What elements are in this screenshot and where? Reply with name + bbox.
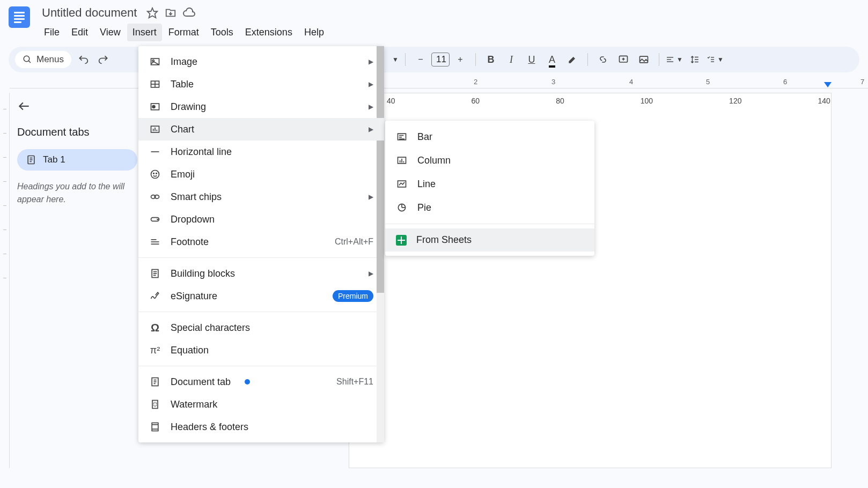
svg-rect-50 bbox=[152, 423, 158, 431]
svg-point-25 bbox=[152, 106, 155, 108]
checklist-icon bbox=[707, 55, 715, 64]
chart-column[interactable]: Column bbox=[385, 149, 594, 172]
font-dropdown-icon[interactable]: ▼ bbox=[392, 56, 399, 63]
chart-pie[interactable]: Pie bbox=[385, 196, 594, 219]
insert-emoji[interactable]: Emoji bbox=[138, 163, 384, 186]
checklist-button[interactable]: ▼ bbox=[707, 51, 724, 68]
watermark-icon bbox=[149, 398, 161, 410]
increase-font-button[interactable]: + bbox=[452, 51, 469, 68]
insert-horizontal-line[interactable]: Horizontal line bbox=[138, 141, 384, 163]
insert-special-characters[interactable]: Ω Special characters bbox=[138, 316, 384, 339]
docs-logo[interactable] bbox=[9, 6, 30, 28]
tab-label: Tab 1 bbox=[43, 154, 65, 165]
insert-image[interactable]: Image ▶ bbox=[138, 50, 384, 73]
headers-footers-icon bbox=[149, 421, 161, 433]
submenu-arrow-icon: ▶ bbox=[369, 80, 373, 88]
arrow-left-icon bbox=[17, 99, 31, 113]
redo-button[interactable] bbox=[95, 51, 112, 68]
building-blocks-icon bbox=[149, 268, 161, 279]
menu-file[interactable]: File bbox=[39, 24, 65, 41]
menu-help[interactable]: Help bbox=[299, 24, 329, 41]
decrease-font-button[interactable]: − bbox=[412, 51, 429, 68]
menu-edit[interactable]: Edit bbox=[66, 24, 93, 41]
image-button[interactable] bbox=[635, 51, 652, 68]
svg-line-2 bbox=[28, 61, 31, 63]
sidebar-tab-1[interactable]: Tab 1 bbox=[17, 149, 137, 171]
back-arrow-button[interactable] bbox=[17, 99, 137, 113]
insert-equation[interactable]: π² Equation bbox=[138, 339, 384, 361]
ruler-indent-marker[interactable] bbox=[824, 82, 832, 87]
highlight-icon bbox=[567, 54, 578, 65]
image-icon bbox=[149, 56, 161, 68]
insert-drawing[interactable]: Drawing ▶ bbox=[138, 95, 384, 118]
submenu-arrow-icon: ▶ bbox=[369, 103, 373, 110]
image-icon bbox=[638, 54, 649, 65]
italic-button[interactable]: I bbox=[503, 51, 520, 68]
cloud-status-icon[interactable] bbox=[183, 6, 196, 19]
link-button[interactable] bbox=[594, 51, 612, 68]
submenu-arrow-icon: ▶ bbox=[369, 270, 373, 277]
svg-point-31 bbox=[151, 171, 159, 179]
menu-tools[interactable]: Tools bbox=[205, 24, 239, 41]
insert-footnote[interactable]: Footnote Ctrl+Alt+F bbox=[138, 231, 384, 253]
svg-rect-48 bbox=[152, 401, 158, 409]
emoji-icon bbox=[149, 168, 161, 180]
svg-marker-0 bbox=[148, 8, 157, 18]
insert-watermark[interactable]: Watermark bbox=[138, 393, 384, 416]
vertical-ruler[interactable] bbox=[0, 93, 10, 468]
submenu-arrow-icon: ▶ bbox=[369, 125, 373, 133]
pi-icon: π² bbox=[149, 344, 161, 356]
text-color-button[interactable]: A bbox=[543, 51, 561, 68]
insert-smart-chips[interactable]: Smart chips ▶ bbox=[138, 186, 384, 208]
align-button[interactable]: ▼ bbox=[666, 51, 683, 68]
redo-icon bbox=[98, 54, 109, 65]
menu-view[interactable]: View bbox=[94, 24, 126, 41]
menu-format[interactable]: Format bbox=[163, 24, 204, 41]
chart-submenu: Bar Column Line Pie From Sheets bbox=[385, 121, 594, 256]
sheets-icon bbox=[396, 235, 407, 246]
dropdown-icon bbox=[149, 213, 161, 225]
insert-headers-footers[interactable]: Headers & footers bbox=[138, 416, 384, 438]
divider bbox=[138, 312, 384, 312]
menu-extensions[interactable]: Extensions bbox=[240, 24, 298, 41]
insert-document-tab[interactable]: Document tab Shift+F11 bbox=[138, 371, 384, 393]
shortcut-label: Shift+F11 bbox=[336, 377, 373, 387]
premium-badge: Premium bbox=[333, 290, 373, 302]
svg-point-32 bbox=[153, 173, 155, 174]
star-icon[interactable] bbox=[146, 7, 158, 19]
bold-button[interactable]: B bbox=[482, 51, 499, 68]
underline-button[interactable]: U bbox=[523, 51, 540, 68]
column-chart-icon bbox=[396, 154, 408, 166]
chart-from-sheets[interactable]: From Sheets bbox=[385, 228, 594, 252]
undo-button[interactable] bbox=[75, 51, 92, 68]
move-to-folder-icon[interactable] bbox=[165, 7, 176, 19]
submenu-arrow-icon: ▶ bbox=[369, 193, 373, 201]
menu-insert[interactable]: Insert bbox=[127, 24, 162, 41]
menus-search[interactable]: Menus bbox=[15, 51, 71, 68]
comment-button[interactable] bbox=[615, 51, 632, 68]
insert-table[interactable]: Table ▶ bbox=[138, 73, 384, 95]
insert-dropdown-item[interactable]: Dropdown bbox=[138, 208, 384, 231]
divider bbox=[138, 366, 384, 366]
chart-line[interactable]: Line bbox=[385, 172, 594, 196]
chart-icon bbox=[149, 123, 161, 135]
insert-esignature[interactable]: eSignature Premium bbox=[138, 285, 384, 307]
highlight-button[interactable] bbox=[564, 51, 581, 68]
horizontal-line-icon bbox=[149, 146, 161, 158]
docs-lines-icon bbox=[14, 11, 25, 24]
drawing-icon bbox=[149, 101, 161, 113]
footnote-icon bbox=[149, 236, 161, 248]
smart-chips-icon bbox=[149, 191, 161, 203]
line-spacing-button[interactable] bbox=[686, 51, 703, 68]
document-title[interactable]: Untitled document bbox=[39, 5, 140, 21]
comment-icon bbox=[618, 54, 629, 65]
insert-chart[interactable]: Chart ▶ bbox=[138, 118, 384, 141]
document-tab-icon bbox=[149, 376, 161, 388]
font-size-input[interactable]: 11 bbox=[431, 53, 450, 66]
link-icon bbox=[598, 54, 608, 65]
submenu-arrow-icon: ▶ bbox=[369, 58, 373, 65]
insert-building-blocks[interactable]: Building blocks ▶ bbox=[138, 262, 384, 285]
chart-bar[interactable]: Bar bbox=[385, 125, 594, 149]
shortcut-label: Ctrl+Alt+F bbox=[335, 237, 373, 247]
sidebar-hint: Headings you add to the will appear here… bbox=[17, 180, 137, 206]
